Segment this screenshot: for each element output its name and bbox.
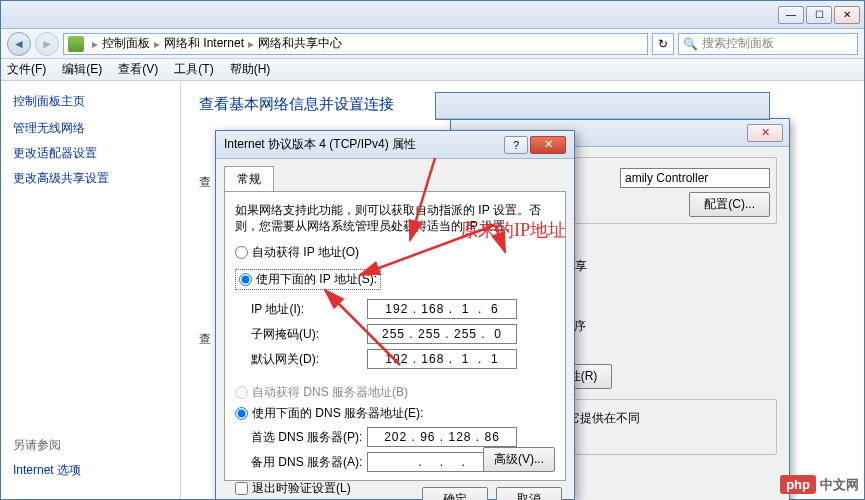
controller-name: amily Controller <box>620 168 770 188</box>
close-button[interactable]: ✕ <box>834 6 860 24</box>
tab-general[interactable]: 常规 <box>224 166 274 192</box>
ipv4-title: Internet 协议版本 4 (TCP/IPv4) 属性 <box>224 136 504 153</box>
sidebar-item-adapter[interactable]: 更改适配器设置 <box>13 145 168 162</box>
breadcrumb-part1[interactable]: 控制面板 <box>102 35 150 52</box>
dns1-input[interactable] <box>367 427 517 447</box>
minimize-button[interactable]: — <box>778 6 804 24</box>
sidebar-home[interactable]: 控制面板主页 <box>13 93 168 110</box>
breadcrumb-part2[interactable]: 网络和 Internet <box>164 35 244 52</box>
sidebar-internet-options[interactable]: Internet 选项 <box>13 462 81 479</box>
watermark-text: 中文网 <box>820 476 859 494</box>
maximize-button[interactable]: ☐ <box>806 6 832 24</box>
menubar: 文件(F) 编辑(E) 查看(V) 工具(T) 帮助(H) <box>1 59 864 81</box>
bg-dialog-1 <box>435 92 770 120</box>
gateway-input[interactable] <box>367 349 517 369</box>
radio-auto-dns <box>235 386 248 399</box>
breadcrumb[interactable]: ▸ 控制面板 ▸ 网络和 Internet ▸ 网络和共享中心 <box>63 33 648 55</box>
radio-use-dns[interactable] <box>235 407 248 420</box>
back-button[interactable]: ◄ <box>7 32 31 56</box>
ipv4-titlebar: Internet 协议版本 4 (TCP/IPv4) 属性 ? ✕ <box>216 131 574 159</box>
help-button[interactable]: ? <box>504 136 528 154</box>
advanced-button[interactable]: 高级(V)... <box>483 447 555 472</box>
control-panel-icon <box>68 36 84 52</box>
menu-edit[interactable]: 编辑(E) <box>62 61 102 78</box>
ip-address-input[interactable] <box>367 299 517 319</box>
refresh-button[interactable]: ↻ <box>652 33 674 55</box>
radio-auto-ip[interactable] <box>235 246 248 259</box>
radio-use-ip[interactable] <box>239 273 252 286</box>
gw-label: 默认网关(D): <box>251 351 367 368</box>
subnet-mask-input[interactable] <box>367 324 517 344</box>
bg-close-button[interactable]: ✕ <box>747 124 783 142</box>
validate-checkbox[interactable] <box>235 482 248 495</box>
search-input[interactable]: 🔍 搜索控制面板 <box>678 33 858 55</box>
sidebar: 控制面板主页 管理无线网络 更改适配器设置 更改高级共享设置 另请参阅 Inte… <box>1 81 181 499</box>
search-icon: 🔍 <box>683 37 698 51</box>
ipv4-close-button[interactable]: ✕ <box>530 136 566 154</box>
watermark-badge: php <box>780 475 816 494</box>
ipv4-properties-dialog: Internet 协议版本 4 (TCP/IPv4) 属性 ? ✕ 常规 如果网… <box>215 130 575 500</box>
dns1-label: 首选 DNS 服务器(P): <box>251 429 367 446</box>
menu-help[interactable]: 帮助(H) <box>230 61 271 78</box>
breadcrumb-part3[interactable]: 网络和共享中心 <box>258 35 342 52</box>
menu-file[interactable]: 文件(F) <box>7 61 46 78</box>
address-bar-row: ◄ ► ▸ 控制面板 ▸ 网络和 Internet ▸ 网络和共享中心 ↻ 🔍 … <box>1 29 864 59</box>
sidebar-item-wireless[interactable]: 管理无线网络 <box>13 120 168 137</box>
ipv4-description: 如果网络支持此功能，则可以获取自动指派的 IP 设置。否则，您需要从网络系统管理… <box>235 202 555 234</box>
sidebar-item-sharing[interactable]: 更改高级共享设置 <box>13 170 168 187</box>
sidebar-see-also: 另请参阅 <box>13 437 81 454</box>
ipv4-tab-body: 如果网络支持此功能，则可以获取自动指派的 IP 设置。否则，您需要从网络系统管理… <box>224 191 566 481</box>
forward-button[interactable]: ► <box>35 32 59 56</box>
menu-tools[interactable]: 工具(T) <box>174 61 213 78</box>
search-placeholder: 搜索控制面板 <box>702 35 774 52</box>
menu-view[interactable]: 查看(V) <box>118 61 158 78</box>
mask-label: 子网掩码(U): <box>251 326 367 343</box>
main-titlebar: — ☐ ✕ <box>1 1 864 29</box>
dns2-label: 备用 DNS 服务器(A): <box>251 454 367 471</box>
configure-button[interactable]: 配置(C)... <box>689 192 770 217</box>
ip-label: IP 地址(I): <box>251 301 367 318</box>
watermark: php 中文网 <box>780 475 859 494</box>
